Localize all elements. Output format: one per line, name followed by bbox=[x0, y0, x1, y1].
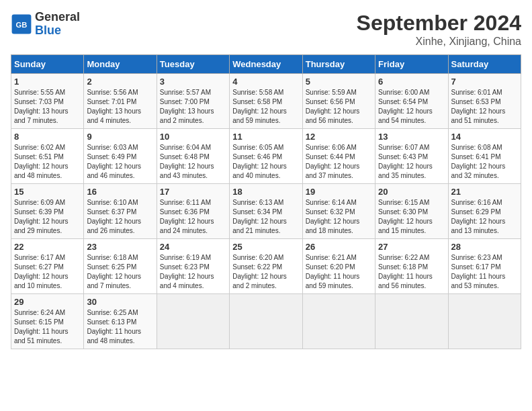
weekday-header-thursday: Thursday bbox=[302, 55, 375, 74]
day-number: 17 bbox=[160, 187, 226, 197]
day-number: 26 bbox=[306, 242, 372, 252]
day-info: Sunrise: 6:05 AMSunset: 6:46 PMDaylight:… bbox=[232, 143, 299, 181]
day-number: 27 bbox=[378, 242, 445, 252]
day-number: 28 bbox=[451, 242, 518, 252]
day-number: 3 bbox=[160, 77, 226, 87]
day-info: Sunrise: 6:09 AMSunset: 6:39 PMDaylight:… bbox=[14, 198, 81, 236]
day-info: Sunrise: 6:06 AMSunset: 6:44 PMDaylight:… bbox=[306, 143, 372, 181]
day-number: 20 bbox=[378, 187, 445, 197]
day-info: Sunrise: 5:58 AMSunset: 6:58 PMDaylight:… bbox=[232, 88, 299, 126]
day-info: Sunrise: 6:13 AMSunset: 6:34 PMDaylight:… bbox=[232, 198, 299, 236]
logo: GB GeneralBlue bbox=[11, 11, 80, 38]
day-number: 21 bbox=[451, 187, 518, 197]
weekday-header-saturday: Saturday bbox=[448, 55, 521, 74]
day-info: Sunrise: 6:22 AMSunset: 6:18 PMDaylight:… bbox=[378, 253, 445, 291]
day-number: 15 bbox=[14, 187, 81, 197]
day-info: Sunrise: 5:59 AMSunset: 6:56 PMDaylight:… bbox=[306, 88, 372, 126]
calendar-cell bbox=[302, 294, 375, 349]
day-number: 8 bbox=[14, 132, 81, 142]
day-info: Sunrise: 5:57 AMSunset: 7:00 PMDaylight:… bbox=[160, 88, 226, 126]
day-number: 23 bbox=[87, 242, 153, 252]
calendar-cell: 22 Sunrise: 6:17 AMSunset: 6:27 PMDaylig… bbox=[11, 239, 84, 294]
calendar-cell: 5 Sunrise: 5:59 AMSunset: 6:56 PMDayligh… bbox=[302, 74, 375, 129]
day-number: 11 bbox=[232, 132, 299, 142]
day-number: 4 bbox=[232, 77, 299, 87]
calendar-cell: 23 Sunrise: 6:18 AMSunset: 6:25 PMDaylig… bbox=[84, 239, 157, 294]
day-info: Sunrise: 6:15 AMSunset: 6:30 PMDaylight:… bbox=[378, 198, 445, 236]
calendar-cell: 27 Sunrise: 6:22 AMSunset: 6:18 PMDaylig… bbox=[375, 239, 448, 294]
day-number: 12 bbox=[306, 132, 372, 142]
day-info: Sunrise: 6:11 AMSunset: 6:36 PMDaylight:… bbox=[160, 198, 226, 236]
day-info: Sunrise: 6:04 AMSunset: 6:48 PMDaylight:… bbox=[160, 143, 226, 181]
day-number: 9 bbox=[87, 132, 153, 142]
day-info: Sunrise: 6:19 AMSunset: 6:23 PMDaylight:… bbox=[160, 253, 226, 291]
calendar-cell: 30 Sunrise: 6:25 AMSunset: 6:13 PMDaylig… bbox=[84, 294, 157, 349]
calendar-cell: 13 Sunrise: 6:07 AMSunset: 6:43 PMDaylig… bbox=[375, 129, 448, 184]
weekday-header-tuesday: Tuesday bbox=[157, 55, 229, 74]
calendar-cell: 3 Sunrise: 5:57 AMSunset: 7:00 PMDayligh… bbox=[157, 74, 229, 129]
day-info: Sunrise: 6:10 AMSunset: 6:37 PMDaylight:… bbox=[87, 198, 153, 236]
day-info: Sunrise: 6:14 AMSunset: 6:32 PMDaylight:… bbox=[306, 198, 372, 236]
calendar-cell: 12 Sunrise: 6:06 AMSunset: 6:44 PMDaylig… bbox=[302, 129, 375, 184]
day-number: 10 bbox=[160, 132, 226, 142]
calendar-cell bbox=[230, 294, 302, 349]
day-info: Sunrise: 6:20 AMSunset: 6:22 PMDaylight:… bbox=[232, 253, 299, 291]
day-info: Sunrise: 6:01 AMSunset: 6:53 PMDaylight:… bbox=[451, 88, 518, 126]
calendar-cell bbox=[375, 294, 448, 349]
weekday-header-wednesday: Wednesday bbox=[230, 55, 302, 74]
day-number: 6 bbox=[378, 77, 445, 87]
calendar-row-4: 29 Sunrise: 6:24 AMSunset: 6:15 PMDaylig… bbox=[11, 294, 521, 349]
day-number: 18 bbox=[232, 187, 299, 197]
day-info: Sunrise: 6:02 AMSunset: 6:51 PMDaylight:… bbox=[14, 143, 81, 181]
day-number: 2 bbox=[87, 77, 153, 87]
calendar-cell: 4 Sunrise: 5:58 AMSunset: 6:58 PMDayligh… bbox=[230, 74, 302, 129]
day-number: 14 bbox=[451, 132, 518, 142]
logo-text: GeneralBlue bbox=[35, 11, 80, 38]
calendar-row-0: 1 Sunrise: 5:55 AMSunset: 7:03 PMDayligh… bbox=[11, 74, 521, 129]
calendar-cell: 9 Sunrise: 6:03 AMSunset: 6:49 PMDayligh… bbox=[84, 129, 157, 184]
day-info: Sunrise: 5:55 AMSunset: 7:03 PMDaylight:… bbox=[14, 88, 81, 126]
day-info: Sunrise: 6:25 AMSunset: 6:13 PMDaylight:… bbox=[87, 308, 153, 346]
calendar-cell: 7 Sunrise: 6:01 AMSunset: 6:53 PMDayligh… bbox=[448, 74, 521, 129]
day-number: 16 bbox=[87, 187, 153, 197]
day-number: 13 bbox=[378, 132, 445, 142]
day-info: Sunrise: 6:16 AMSunset: 6:29 PMDaylight:… bbox=[451, 198, 518, 236]
calendar-cell: 24 Sunrise: 6:19 AMSunset: 6:23 PMDaylig… bbox=[157, 239, 229, 294]
day-number: 22 bbox=[14, 242, 81, 252]
calendar-cell: 18 Sunrise: 6:13 AMSunset: 6:34 PMDaylig… bbox=[230, 184, 302, 239]
weekday-header-monday: Monday bbox=[84, 55, 157, 74]
calendar-cell: 11 Sunrise: 6:05 AMSunset: 6:46 PMDaylig… bbox=[230, 129, 302, 184]
calendar-cell: 14 Sunrise: 6:08 AMSunset: 6:41 PMDaylig… bbox=[448, 129, 521, 184]
weekday-header-friday: Friday bbox=[375, 55, 448, 74]
weekday-header-row: SundayMondayTuesdayWednesdayThursdayFrid… bbox=[11, 55, 521, 74]
day-number: 25 bbox=[232, 242, 299, 252]
calendar-cell: 19 Sunrise: 6:14 AMSunset: 6:32 PMDaylig… bbox=[302, 184, 375, 239]
day-info: Sunrise: 6:08 AMSunset: 6:41 PMDaylight:… bbox=[451, 143, 518, 181]
calendar-cell: 17 Sunrise: 6:11 AMSunset: 6:36 PMDaylig… bbox=[157, 184, 229, 239]
calendar-cell: 2 Sunrise: 5:56 AMSunset: 7:01 PMDayligh… bbox=[84, 74, 157, 129]
day-number: 5 bbox=[306, 77, 372, 87]
calendar-cell: 8 Sunrise: 6:02 AMSunset: 6:51 PMDayligh… bbox=[11, 129, 84, 184]
day-info: Sunrise: 6:07 AMSunset: 6:43 PMDaylight:… bbox=[378, 143, 445, 181]
day-info: Sunrise: 6:23 AMSunset: 6:17 PMDaylight:… bbox=[451, 253, 518, 291]
calendar-row-2: 15 Sunrise: 6:09 AMSunset: 6:39 PMDaylig… bbox=[11, 184, 521, 239]
calendar-cell: 6 Sunrise: 6:00 AMSunset: 6:54 PMDayligh… bbox=[375, 74, 448, 129]
month-title: September 2024 bbox=[357, 11, 521, 36]
calendar-cell: 1 Sunrise: 5:55 AMSunset: 7:03 PMDayligh… bbox=[11, 74, 84, 129]
day-info: Sunrise: 6:03 AMSunset: 6:49 PMDaylight:… bbox=[87, 143, 153, 181]
calendar-cell: 25 Sunrise: 6:20 AMSunset: 6:22 PMDaylig… bbox=[230, 239, 302, 294]
day-number: 30 bbox=[87, 297, 153, 307]
svg-text:GB: GB bbox=[16, 21, 28, 29]
logo-icon: GB bbox=[11, 13, 32, 35]
day-info: Sunrise: 6:18 AMSunset: 6:25 PMDaylight:… bbox=[87, 253, 153, 291]
calendar-cell: 28 Sunrise: 6:23 AMSunset: 6:17 PMDaylig… bbox=[448, 239, 521, 294]
calendar-cell: 26 Sunrise: 6:21 AMSunset: 6:20 PMDaylig… bbox=[302, 239, 375, 294]
day-info: Sunrise: 5:56 AMSunset: 7:01 PMDaylight:… bbox=[87, 88, 153, 126]
day-number: 7 bbox=[451, 77, 518, 87]
day-number: 29 bbox=[14, 297, 81, 307]
weekday-header-sunday: Sunday bbox=[11, 55, 84, 74]
calendar-cell: 20 Sunrise: 6:15 AMSunset: 6:30 PMDaylig… bbox=[375, 184, 448, 239]
day-info: Sunrise: 6:21 AMSunset: 6:20 PMDaylight:… bbox=[306, 253, 372, 291]
calendar-cell bbox=[448, 294, 521, 349]
day-number: 24 bbox=[160, 242, 226, 252]
